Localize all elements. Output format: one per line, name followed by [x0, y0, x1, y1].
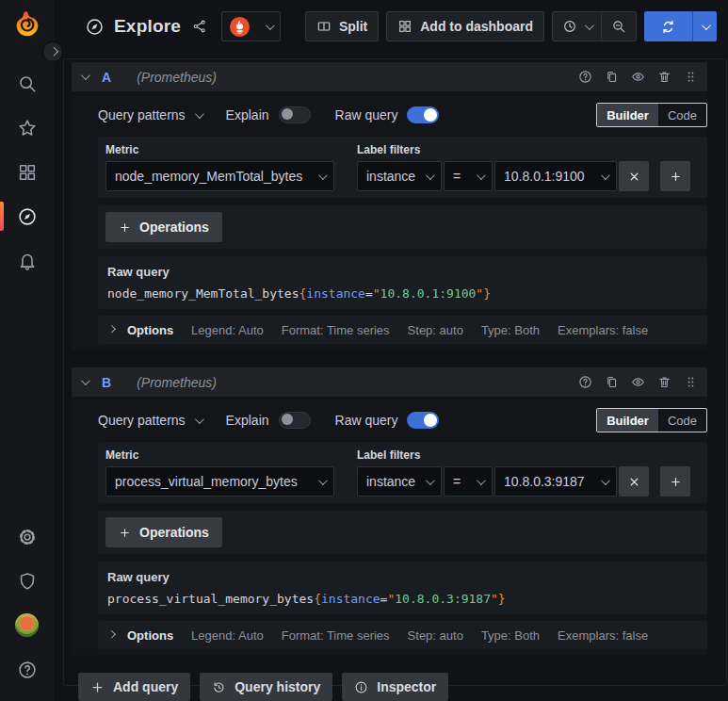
raw-query-toggle[interactable]: [407, 412, 439, 429]
compass-icon: [85, 17, 105, 37]
operations-label: Operations: [139, 220, 209, 235]
filter-key-select[interactable]: instance: [357, 466, 442, 497]
eye-icon[interactable]: [631, 70, 645, 84]
query-ref-id[interactable]: B: [102, 375, 111, 390]
trash-icon[interactable]: [657, 375, 671, 389]
raw-query-title: Raw query: [107, 570, 698, 584]
sidebar-item-explore[interactable]: [0, 194, 54, 238]
datasource-picker[interactable]: [221, 11, 281, 41]
prometheus-icon: [230, 17, 250, 37]
builder-mode-option[interactable]: Builder: [597, 409, 658, 432]
filter-key-select[interactable]: instance: [357, 161, 442, 191]
sidebar-item-dashboards[interactable]: [0, 150, 54, 194]
options-row[interactable]: Options Legend: Auto Format: Time series…: [98, 316, 707, 344]
filter-operator-select[interactable]: =: [444, 161, 493, 191]
chevron-down-icon: [318, 171, 328, 180]
metric-select[interactable]: process_virtual_memory_bytes: [105, 466, 334, 497]
history-icon: [212, 680, 226, 694]
raw-query-block: Raw query node_memory_MemTotal_bytes{ins…: [98, 256, 707, 309]
sidebar-expand-button[interactable]: [42, 41, 63, 62]
star-icon: [17, 118, 38, 139]
add-filter-button[interactable]: [660, 466, 690, 497]
inspector-label: Inspector: [377, 679, 436, 694]
copy-icon[interactable]: [605, 375, 619, 389]
metric-value: process_virtual_memory_bytes: [115, 474, 298, 489]
sidebar-item-server-admin[interactable]: [0, 559, 54, 603]
filter-value-select[interactable]: 10.8.0.1:9100: [494, 161, 617, 191]
metric-label: Metric: [105, 448, 334, 462]
operations-button[interactable]: Operations: [105, 212, 222, 242]
shield-icon: [17, 571, 38, 592]
split-button[interactable]: Split: [305, 11, 379, 41]
grafana-logo[interactable]: [13, 10, 41, 39]
drag-handle-icon[interactable]: [684, 70, 698, 84]
sidebar-item-help[interactable]: [0, 647, 54, 692]
sidebar-item-alerting[interactable]: [0, 238, 54, 283]
filter-value: 10.8.0.3:9187: [504, 474, 585, 489]
query-ref-id[interactable]: A: [102, 70, 111, 85]
copy-icon[interactable]: [605, 70, 619, 84]
plus-icon: [670, 171, 682, 183]
remove-filter-button[interactable]: [619, 161, 649, 191]
plus-icon: [119, 527, 131, 539]
options-label: Options: [127, 628, 173, 643]
chevron-down-icon: [81, 376, 90, 385]
code-mode-option[interactable]: Code: [658, 104, 706, 126]
query-history-label: Query history: [235, 679, 320, 694]
query-header[interactable]: B (Prometheus): [72, 367, 707, 397]
chevron-down-icon: [702, 21, 711, 30]
chevron-down-icon: [426, 171, 435, 180]
option-type: Type: Both: [481, 323, 540, 337]
query-editor-toolbar: Query patterns Explain Raw query Builder…: [98, 406, 707, 434]
label-filters-label: Label filters: [357, 143, 690, 156]
add-filter-button[interactable]: [660, 161, 690, 191]
explain-toggle[interactable]: [279, 106, 311, 123]
sidebar-item-search[interactable]: [0, 61, 54, 106]
add-to-dashboard-button[interactable]: Add to dashboard: [386, 11, 544, 41]
add-query-label: Add query: [113, 679, 178, 694]
filter-operator-select[interactable]: =: [444, 466, 493, 497]
query-history-button[interactable]: Query history: [200, 673, 332, 701]
query-patterns-dropdown[interactable]: Query patterns: [98, 107, 202, 122]
query-patterns-label: Query patterns: [98, 107, 186, 122]
sidebar-item-starred[interactable]: [0, 106, 54, 150]
time-range-picker[interactable]: [553, 12, 601, 41]
sidebar-item-settings[interactable]: [0, 514, 54, 559]
query-patterns-dropdown[interactable]: Query patterns: [98, 413, 202, 428]
builder-mode-option[interactable]: Builder: [597, 104, 658, 126]
add-query-button[interactable]: Add query: [78, 673, 190, 701]
code-mode-option[interactable]: Code: [658, 409, 706, 432]
remove-filter-button[interactable]: [619, 466, 649, 497]
label-filters-label: Label filters: [357, 448, 690, 462]
label-filters-field: Label filters instance =: [357, 143, 690, 191]
refresh-interval-dropdown[interactable]: [692, 11, 717, 41]
chevron-down-icon: [266, 21, 275, 30]
filter-operator-value: =: [453, 474, 461, 489]
help-circle-icon[interactable]: [578, 70, 592, 84]
sidebar-item-profile[interactable]: [0, 603, 54, 647]
topbar-actions: Split Add to dashboard: [305, 11, 717, 41]
search-icon: [17, 73, 38, 94]
filter-value-select[interactable]: 10.8.0.3:9187: [494, 466, 617, 497]
editor-mode-switch: Builder Code: [596, 103, 707, 127]
eye-icon[interactable]: [631, 375, 645, 389]
refresh-button[interactable]: [644, 11, 692, 41]
trash-icon[interactable]: [657, 70, 671, 84]
options-row[interactable]: Options Legend: Auto Format: Time series…: [98, 621, 707, 649]
option-format: Format: Time series: [282, 628, 390, 643]
explain-toggle[interactable]: [279, 412, 311, 429]
share-icon[interactable]: [192, 19, 207, 34]
filter-operator-value: =: [453, 169, 461, 184]
drag-handle-icon[interactable]: [684, 375, 698, 389]
close-icon: [628, 171, 640, 183]
raw-query-toggle[interactable]: [407, 106, 439, 123]
help-circle-icon[interactable]: [578, 375, 592, 389]
option-type: Type: Both: [481, 628, 540, 643]
inspector-button[interactable]: Inspector: [342, 673, 448, 701]
zoom-out-button[interactable]: [601, 12, 636, 41]
explain-label: Explain: [226, 107, 269, 122]
time-controls: [552, 11, 637, 41]
query-header[interactable]: A (Prometheus): [72, 62, 707, 91]
metric-select[interactable]: node_memory_MemTotal_bytes: [105, 161, 334, 191]
operations-button[interactable]: Operations: [105, 517, 222, 547]
